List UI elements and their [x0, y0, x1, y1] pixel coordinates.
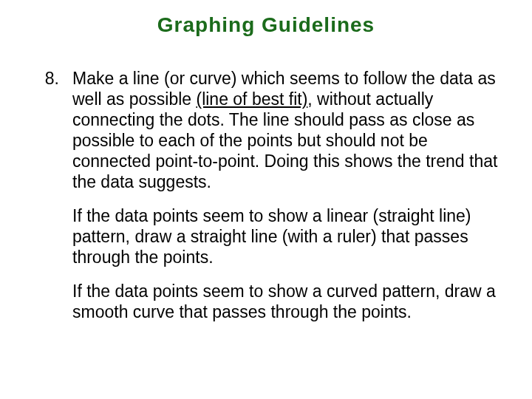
list-item: 8. Make a line (or curve) which seems to…	[30, 68, 502, 323]
paragraph-3: If the data points seem to show a curved…	[72, 281, 502, 322]
paragraph-2: If the data points seem to show a linear…	[72, 205, 502, 267]
page-title: Graphing Guidelines	[30, 13, 502, 37]
p1-underline: (line of best fit)	[196, 89, 307, 109]
list-marker: 8.	[30, 68, 72, 89]
paragraph-1: Make a line (or curve) which seems to fo…	[72, 68, 502, 192]
list-content: Make a line (or curve) which seems to fo…	[72, 68, 502, 323]
